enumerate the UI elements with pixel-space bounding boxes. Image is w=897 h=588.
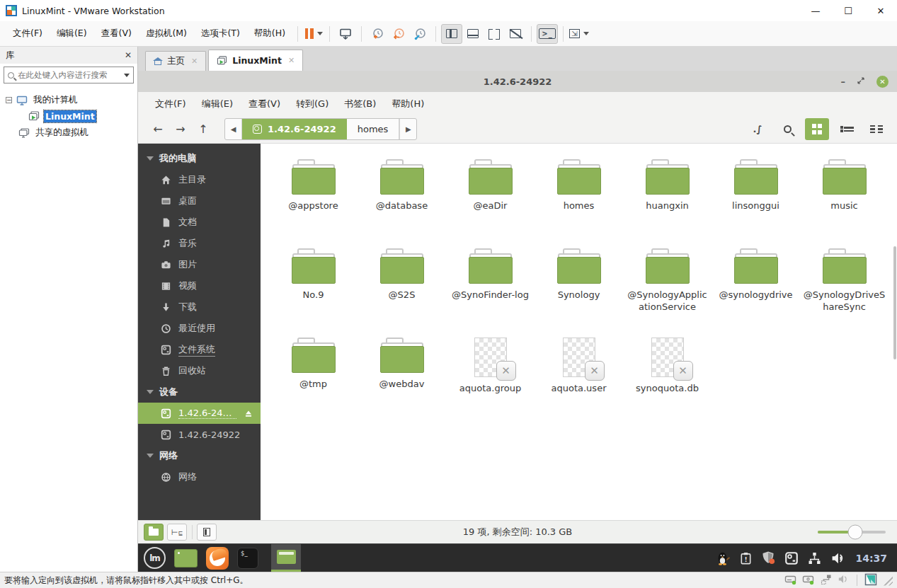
nemo-menu-item[interactable]: 书签(B) bbox=[337, 94, 383, 114]
folder-item[interactable]: @SynoFinder-log bbox=[446, 244, 535, 333]
network-tray-icon[interactable] bbox=[807, 551, 822, 565]
firefox-launcher[interactable] bbox=[206, 547, 229, 570]
nemo-close-button[interactable]: ✕ bbox=[876, 76, 889, 88]
search-dropdown-icon[interactable] bbox=[124, 74, 130, 77]
tab-linuxmint[interactable]: LinuxMint ✕ bbox=[208, 50, 303, 71]
compact-view-button[interactable] bbox=[864, 118, 889, 140]
network-indicator-icon[interactable] bbox=[820, 574, 833, 587]
tree-item-shared-vms[interactable]: 共享的虚拟机 bbox=[3, 125, 135, 141]
terminal-launcher[interactable]: $_ bbox=[237, 548, 258, 569]
tab-close-icon[interactable]: ✕ bbox=[288, 56, 295, 65]
vmware-menu-item[interactable]: 编辑(E) bbox=[50, 24, 94, 43]
vmware-menu-item[interactable]: 帮助(H) bbox=[247, 24, 292, 43]
icon-view-button[interactable] bbox=[805, 118, 829, 140]
forward-button[interactable]: → bbox=[169, 119, 192, 140]
vmware-menu-item[interactable]: 文件(F) bbox=[6, 24, 50, 43]
library-search-box[interactable] bbox=[4, 67, 134, 83]
maximize-button[interactable]: ☐ bbox=[832, 0, 864, 21]
update-shield-tray-icon[interactable] bbox=[761, 550, 776, 565]
sidebar-item-recent[interactable]: 最近使用 bbox=[138, 318, 261, 339]
vmware-menu-item[interactable]: 虚拟机(M) bbox=[139, 24, 194, 43]
breadcrumb-left-icon[interactable]: ◀ bbox=[225, 119, 242, 139]
console-view-button[interactable]: >_ bbox=[537, 24, 558, 44]
folder-item[interactable]: homes bbox=[535, 155, 623, 244]
removable-drive-tray-icon[interactable] bbox=[784, 551, 799, 565]
eject-icon[interactable] bbox=[244, 409, 253, 418]
nemo-minimize-button[interactable]: – bbox=[841, 76, 846, 87]
scrollbar-thumb[interactable] bbox=[893, 246, 896, 359]
folder-item[interactable]: @SynologyDriveShareSync bbox=[800, 244, 889, 333]
clock[interactable]: 14:37 bbox=[855, 553, 887, 564]
folder-item[interactable]: @webdav bbox=[358, 333, 446, 422]
folder-item[interactable]: linsonggui bbox=[712, 155, 800, 244]
folder-item[interactable]: No.9 bbox=[269, 244, 358, 333]
take-snapshot-button[interactable] bbox=[367, 24, 388, 44]
show-desktop-button[interactable] bbox=[174, 549, 198, 567]
folder-item[interactable]: @synologydrive bbox=[712, 244, 800, 333]
resize-grip[interactable] bbox=[882, 575, 893, 586]
close-button[interactable]: ✕ bbox=[864, 0, 897, 21]
sidebar-device-item[interactable]: 1.42.6-24922 bbox=[138, 403, 261, 424]
sidebar-item-video[interactable]: 视频 bbox=[138, 275, 261, 296]
suspend-vm-button[interactable] bbox=[303, 24, 324, 44]
tree-label[interactable]: 共享的虚拟机 bbox=[34, 126, 90, 139]
sidebar-section-devices[interactable]: 设备 bbox=[138, 381, 261, 403]
tab-home[interactable]: 主页 ✕ bbox=[145, 51, 206, 71]
sidebar-item-document[interactable]: 文档 bbox=[138, 212, 261, 233]
places-toggle-button[interactable] bbox=[144, 524, 164, 541]
nemo-restore-button[interactable] bbox=[857, 76, 865, 87]
sidebar-section-network[interactable]: 网络 bbox=[138, 445, 261, 466]
folder-item[interactable]: huangxin bbox=[623, 155, 712, 244]
back-button[interactable]: ← bbox=[147, 119, 169, 140]
revert-snapshot-button[interactable] bbox=[388, 24, 409, 44]
sidebar-item-drive[interactable]: 文件系统 bbox=[138, 339, 261, 360]
mint-menu-button[interactable]: lm bbox=[144, 547, 166, 569]
library-close-icon[interactable]: ✕ bbox=[125, 50, 132, 60]
send-ctrl-alt-del-button[interactable] bbox=[335, 24, 356, 44]
sidebar-item-desktop[interactable]: 桌面 bbox=[138, 190, 261, 212]
folder-item[interactable]: @S2S bbox=[358, 244, 446, 333]
cdrom-indicator-icon[interactable] bbox=[802, 574, 815, 587]
tree-item-linuxmint[interactable]: LinuxMint bbox=[3, 108, 135, 125]
breadcrumb-right-icon[interactable]: ▶ bbox=[399, 119, 416, 139]
taskbar-files-window[interactable] bbox=[271, 544, 301, 572]
folder-item[interactable]: music bbox=[800, 155, 889, 244]
sidebar-item-network[interactable]: 网络 bbox=[138, 466, 261, 488]
minimize-button[interactable]: — bbox=[799, 0, 832, 21]
nemo-menu-item[interactable]: 帮助(H) bbox=[384, 94, 431, 114]
sidebar-item-download[interactable]: 下载 bbox=[138, 296, 261, 318]
zoom-slider-knob[interactable] bbox=[847, 525, 862, 540]
tree-label[interactable]: 我的计算机 bbox=[32, 93, 79, 107]
treeview-toggle-button[interactable]: ⊢⊑ bbox=[167, 524, 187, 541]
file-item[interactable]: ✕synoquota.db bbox=[623, 333, 712, 422]
file-item[interactable]: ✕aquota.group bbox=[446, 333, 535, 422]
tux-tray-icon[interactable] bbox=[715, 550, 731, 566]
folder-item[interactable]: @eaDir bbox=[446, 155, 535, 244]
message-log-icon[interactable] bbox=[864, 573, 877, 588]
collapse-icon[interactable]: − bbox=[6, 97, 12, 103]
folder-item[interactable]: Synology bbox=[535, 244, 623, 333]
show-library-button[interactable] bbox=[441, 24, 462, 44]
sidebar-device-item[interactable]: 1.42.6-24922 bbox=[138, 424, 261, 445]
sound-indicator-icon[interactable] bbox=[838, 574, 850, 587]
sidebar-item-home[interactable]: 主目录 bbox=[138, 169, 261, 190]
breadcrumb-volume[interactable]: 1.42.6-24922 bbox=[242, 119, 347, 139]
nemo-menu-item[interactable]: 转到(G) bbox=[289, 94, 336, 114]
list-view-button[interactable] bbox=[835, 118, 859, 140]
sidebar-item-image[interactable]: 图片 bbox=[138, 254, 261, 275]
sidebar-item-trash[interactable]: 回收站 bbox=[138, 360, 261, 381]
nemo-titlebar[interactable]: 1.42.6-24922 – ✕ bbox=[138, 71, 897, 92]
breadcrumb-homes[interactable]: homes bbox=[347, 119, 400, 139]
nemo-menu-item[interactable]: 编辑(E) bbox=[195, 94, 240, 114]
vmware-menu-item[interactable]: 查看(V) bbox=[94, 24, 139, 43]
volume-tray-icon[interactable] bbox=[830, 551, 847, 565]
toggle-location-entry-button[interactable]: .∫ bbox=[745, 118, 770, 140]
tree-item-my-computer[interactable]: − 我的计算机 bbox=[3, 92, 135, 108]
file-item[interactable]: ✕aquota.user bbox=[535, 333, 623, 422]
folder-item[interactable]: @SynologyApplicationService bbox=[623, 244, 712, 333]
folder-item[interactable]: @appstore bbox=[269, 155, 358, 244]
hide-sidebar-button[interactable] bbox=[197, 524, 217, 541]
zoom-slider[interactable] bbox=[818, 531, 886, 534]
manage-snapshots-button[interactable] bbox=[409, 24, 430, 44]
vmware-menu-item[interactable]: 选项卡(T) bbox=[194, 24, 247, 43]
